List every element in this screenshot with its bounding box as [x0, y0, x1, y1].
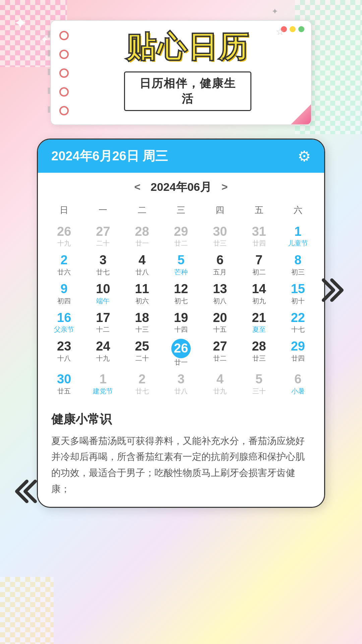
calendar-day[interactable]: 4廿九 [200, 369, 239, 398]
calendar-day[interactable]: 14初九 [239, 279, 278, 308]
calendar-day[interactable]: 13初八 [200, 279, 239, 308]
calendar-month-label: 2024年06月 [150, 179, 211, 195]
day-number: 1 [294, 224, 301, 239]
day-sublabel: 廿三 [213, 239, 227, 247]
day-number: 26 [171, 339, 191, 358]
day-sublabel: 廿四 [252, 239, 266, 247]
day-sublabel: 初八 [213, 297, 227, 305]
calendar-day[interactable]: 7初二 [239, 250, 278, 279]
app-title: 贴心日历 [78, 31, 298, 63]
calendar-day[interactable]: 27廿二 [200, 336, 239, 369]
ring-3 [59, 68, 69, 78]
day-number: 11 [135, 281, 149, 297]
day-sublabel: 廿七 [135, 387, 149, 395]
calendar-day[interactable]: 24十九 [83, 336, 122, 369]
calendar-day[interactable]: 12初七 [162, 279, 200, 308]
calendar-day[interactable]: 30廿三 [200, 221, 239, 250]
calendar-day[interactable]: 20十五 [200, 308, 239, 336]
day-sublabel: 十八 [57, 354, 71, 362]
day-number: 27 [96, 224, 110, 239]
dot-yellow [290, 26, 296, 32]
calendar-day[interactable]: 4廿八 [123, 250, 162, 279]
day-number: 10 [96, 281, 110, 297]
day-number: 18 [135, 310, 149, 326]
calendar-day[interactable]: 18十三 [123, 308, 162, 336]
day-sublabel: 廿三 [252, 354, 266, 362]
day-number: 19 [174, 310, 188, 326]
notebook-card: ☆ 贴心日历 日历相伴，健康生活 [50, 20, 312, 125]
calendar-day[interactable]: 25二十 [123, 336, 162, 369]
calendar-day[interactable]: 31廿四 [239, 221, 278, 250]
day-number: 13 [213, 281, 227, 297]
day-sublabel: 廿五 [57, 387, 71, 395]
day-number: 29 [174, 224, 188, 239]
day-number: 16 [57, 310, 71, 326]
notebook-rings [59, 31, 69, 115]
calendar-day[interactable]: 8初三 [279, 250, 317, 279]
day-number: 17 [96, 310, 110, 326]
calendar-day[interactable]: 27二十 [83, 221, 122, 250]
calendar-day[interactable]: 9初四 [45, 279, 83, 308]
health-title: 健康小常识 [51, 411, 311, 428]
health-content: 夏天多喝番茄汤既可获得养料，又能补充水分，番茄汤应烧好并冷却后再喝，所含番茄红素… [51, 433, 311, 497]
health-section: 健康小常识 夏天多喝番茄汤既可获得养料，又能补充水分，番茄汤应烧好并冷却后再喝，… [38, 405, 324, 507]
calendar-day[interactable]: 2廿七 [123, 369, 162, 398]
prev-month-button[interactable]: < [134, 181, 141, 193]
calendar-day[interactable]: 22十七 [279, 308, 317, 336]
day-number: 28 [252, 339, 266, 354]
weekday-label: 四 [200, 202, 239, 219]
ring-1 [59, 31, 69, 40]
day-number: 2 [61, 253, 68, 268]
calendar-day[interactable]: 29廿四 [279, 336, 317, 369]
settings-icon[interactable]: ⚙ [298, 148, 311, 165]
day-sublabel: 廿八 [135, 268, 149, 276]
calendar-day[interactable]: 15初十 [279, 279, 317, 308]
ring-4 [59, 87, 69, 97]
weekday-label: 五 [239, 202, 278, 219]
calendar-day[interactable]: 26廿一 [162, 336, 200, 369]
day-sublabel: 初四 [57, 297, 71, 305]
calendar-day[interactable]: 3廿七 [83, 250, 122, 279]
day-number: 1 [100, 372, 107, 387]
calendar-day[interactable]: 26十九 [45, 221, 83, 250]
day-sublabel: 初九 [252, 297, 266, 305]
next-month-button[interactable]: > [222, 181, 228, 193]
day-sublabel: 廿八 [174, 387, 188, 395]
calendar-day[interactable]: 21夏至 [239, 308, 278, 336]
calendar-day[interactable]: 10端午 [83, 279, 122, 308]
calendar-day[interactable]: 6小暑 [279, 369, 317, 398]
calendar-day[interactable]: 17十二 [83, 308, 122, 336]
day-sublabel: 芒种 [174, 268, 188, 276]
day-sublabel: 初七 [174, 297, 188, 305]
calendar-header: 2024年6月26日 周三 ⚙ [38, 140, 324, 173]
calendar-day[interactable]: 11初六 [123, 279, 162, 308]
app-subtitle: 日历相伴，健康生活 [124, 71, 251, 111]
day-sublabel: 初三 [291, 268, 305, 276]
day-number: 15 [291, 281, 305, 297]
calendar-day[interactable]: 5芒种 [162, 250, 200, 279]
calendar-day[interactable]: 6五月 [200, 250, 239, 279]
day-sublabel: 夏至 [252, 325, 266, 333]
day-number: 21 [252, 310, 266, 326]
calendar-weekdays: 日一二三四五六 [45, 202, 317, 219]
calendar-day[interactable]: 1儿童节 [279, 221, 317, 250]
calendar-day[interactable]: 29廿二 [162, 221, 200, 250]
day-number: 5 [177, 253, 184, 268]
bg-checker-bl [0, 577, 54, 644]
day-number: 6 [217, 253, 224, 268]
sparkle-icon-3: ✦ [272, 7, 278, 16]
calendar-day[interactable]: 30廿五 [45, 369, 83, 398]
dot-green [298, 26, 304, 32]
calendar-day[interactable]: 28廿三 [239, 336, 278, 369]
calendar-day[interactable]: 5三十 [239, 369, 278, 398]
day-sublabel: 三十 [252, 387, 266, 395]
calendar-day[interactable]: 23十八 [45, 336, 83, 369]
calendar-day[interactable]: 19十四 [162, 308, 200, 336]
day-number: 7 [255, 253, 262, 268]
calendar-day[interactable]: 2廿六 [45, 250, 83, 279]
calendar-day[interactable]: 1建党节 [83, 369, 122, 398]
calendar-day[interactable]: 28廿一 [123, 221, 162, 250]
weekday-label: 二 [123, 202, 162, 219]
calendar-day[interactable]: 16父亲节 [45, 308, 83, 336]
calendar-day[interactable]: 3廿八 [162, 369, 200, 398]
